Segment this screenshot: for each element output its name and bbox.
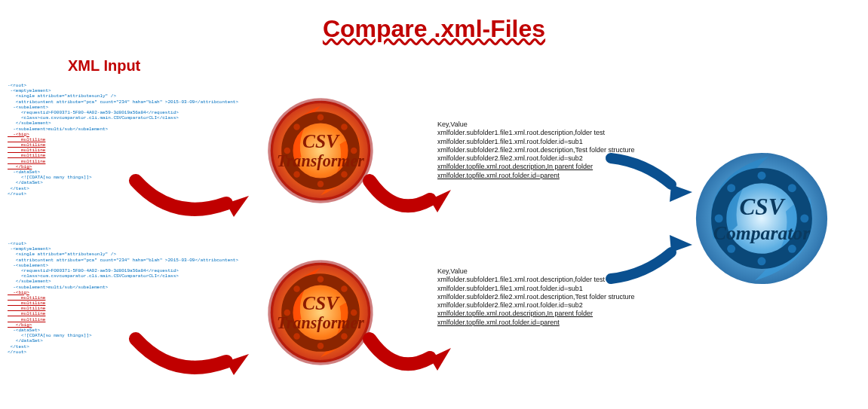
svg-point-19 [341, 333, 348, 340]
transformer-label-csv: CSV [302, 130, 340, 152]
svg-marker-34 [670, 185, 692, 202]
svg-point-16 [293, 285, 300, 292]
comparator-label-comparator: Comparator [713, 222, 811, 244]
arrow-red-icon [128, 331, 264, 384]
page-title: Compare .xml-Files [323, 15, 545, 43]
svg-point-3 [317, 181, 324, 188]
arrow-blue-icon [603, 226, 701, 286]
svg-point-29 [788, 245, 796, 253]
svg-point-9 [341, 171, 348, 178]
svg-point-2 [317, 114, 324, 121]
transformer-label-transformer: Transformer [277, 313, 364, 332]
svg-point-23 [758, 257, 766, 265]
arrow-red-icon [128, 173, 264, 226]
transformer-label-csv: CSV [302, 292, 340, 314]
arrow-red-icon [362, 173, 460, 226]
svg-marker-31 [430, 190, 451, 212]
svg-point-26 [727, 184, 735, 192]
svg-point-17 [341, 285, 348, 292]
svg-marker-33 [430, 348, 451, 371]
transformer-label-transformer: Transformer [277, 151, 364, 170]
svg-point-7 [341, 124, 348, 130]
svg-point-12 [317, 276, 324, 283]
csv-comparator-badge: CSV Comparator [679, 136, 845, 301]
svg-point-13 [317, 343, 324, 349]
svg-point-6 [293, 124, 300, 130]
svg-marker-35 [670, 235, 692, 252]
svg-point-28 [727, 245, 735, 253]
comparator-label-csv: CSV [740, 194, 786, 220]
svg-point-22 [758, 172, 766, 180]
arrow-blue-icon [603, 151, 701, 211]
arrow-red-icon [362, 331, 460, 384]
svg-point-27 [788, 184, 796, 192]
section-title-xml-input: XML Input [68, 57, 140, 75]
svg-point-8 [293, 171, 300, 178]
svg-point-18 [293, 333, 300, 340]
